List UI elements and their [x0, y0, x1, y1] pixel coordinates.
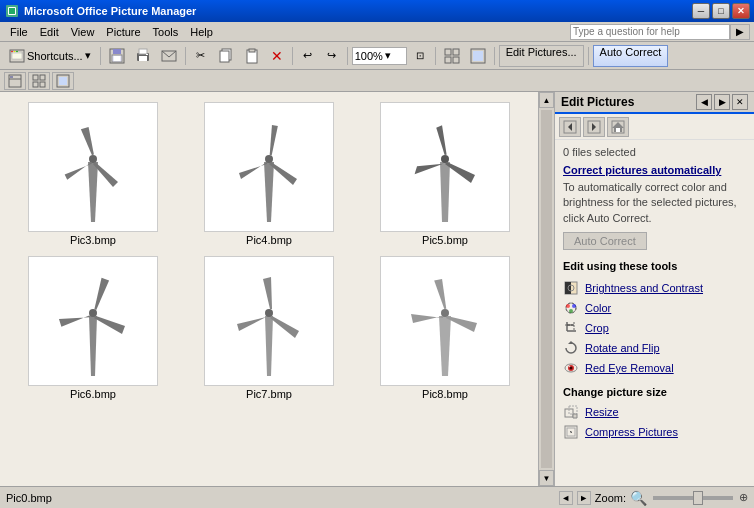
- redo-button[interactable]: ↪: [321, 45, 343, 67]
- help-search-input[interactable]: [570, 24, 730, 40]
- svg-marker-100: [573, 414, 577, 418]
- crop-tool[interactable]: Crop: [563, 318, 746, 338]
- list-item[interactable]: Pic4.bmp: [186, 102, 352, 246]
- shortcuts-button[interactable]: Shortcuts... ▾: [4, 45, 96, 67]
- panel-forward-button[interactable]: ▶: [714, 94, 730, 110]
- paste-button[interactable]: [240, 45, 264, 67]
- change-size-heading: Change picture size: [563, 386, 746, 398]
- auto-correct-button[interactable]: Auto Correct: [593, 45, 669, 67]
- cut-button[interactable]: ✂: [190, 45, 212, 67]
- nav-back-icon[interactable]: [559, 117, 581, 137]
- zoom-in-button[interactable]: ⊕: [739, 491, 748, 504]
- list-item[interactable]: Pic3.bmp: [10, 102, 176, 246]
- edit-pictures-panel: Edit Pictures ◀ ▶ ✕: [554, 92, 754, 486]
- list-item[interactable]: Pic8.bmp: [362, 256, 528, 400]
- undo-button[interactable]: ↩: [297, 45, 319, 67]
- main-toolbar: Shortcuts... ▾ ✂: [0, 42, 754, 70]
- view-btn-1[interactable]: [4, 72, 26, 90]
- shortcuts-label: Shortcuts...: [27, 50, 83, 62]
- shortcuts-icon: [9, 48, 25, 64]
- email-button[interactable]: [157, 45, 181, 67]
- toolbar-sep-4: [347, 47, 348, 65]
- menu-picture[interactable]: Picture: [100, 24, 146, 40]
- compress-pictures-tool[interactable]: Compress Pictures: [563, 422, 746, 442]
- zoom-slider[interactable]: [653, 496, 733, 500]
- list-item[interactable]: Pic7.bmp: [186, 256, 352, 400]
- picture-thumbnail: [380, 102, 510, 232]
- zoom-out-button[interactable]: 🔍: [630, 490, 647, 506]
- picture-thumbnail: [204, 102, 334, 232]
- print-button[interactable]: [131, 45, 155, 67]
- help-search: ▶: [570, 24, 750, 40]
- svg-point-63: [265, 309, 273, 317]
- print-icon: [135, 48, 151, 64]
- copy-button[interactable]: [214, 45, 238, 67]
- brightness-icon: [563, 280, 579, 296]
- panel-close-button[interactable]: ✕: [732, 94, 748, 110]
- rotate-flip-tool[interactable]: Rotate and Flip: [563, 338, 746, 358]
- edit-pictures-button[interactable]: Edit Pictures...: [499, 45, 584, 67]
- menu-bar: File Edit View Picture Tools Help ▶: [0, 22, 754, 42]
- brightness-contrast-tool[interactable]: Brightness and Contrast: [563, 278, 746, 298]
- list-item[interactable]: Pic6.bmp: [10, 256, 176, 400]
- red-eye-removal-tool[interactable]: Red Eye Removal: [563, 358, 746, 378]
- minimize-button[interactable]: ─: [692, 3, 710, 19]
- zoom-select[interactable]: 100% ▾: [352, 47, 407, 65]
- svg-point-39: [89, 155, 97, 163]
- window-controls: ─ □ ✕: [692, 3, 750, 19]
- view-btn-3[interactable]: [52, 72, 74, 90]
- svg-point-6: [11, 50, 13, 52]
- list-item[interactable]: Pic5.bmp: [362, 102, 528, 246]
- maximize-button[interactable]: □: [712, 3, 730, 19]
- menu-file[interactable]: File: [4, 24, 34, 40]
- panel-header: Edit Pictures ◀ ▶ ✕: [555, 92, 754, 114]
- svg-point-57: [89, 309, 97, 317]
- crop-icon: [563, 320, 579, 336]
- view-bar: [0, 70, 754, 92]
- picture-label: Pic4.bmp: [246, 234, 292, 246]
- svg-rect-36: [59, 77, 67, 85]
- color-icon: [563, 300, 579, 316]
- toolbar-sep-7: [588, 47, 589, 65]
- nav-home-icon[interactable]: [607, 117, 629, 137]
- svg-point-7: [14, 50, 16, 52]
- single-view-button[interactable]: [466, 45, 490, 67]
- scroll-up-button[interactable]: ▲: [539, 92, 554, 108]
- picture-label: Pic3.bmp: [70, 234, 116, 246]
- nav-forward-icon[interactable]: [583, 117, 605, 137]
- help-search-button[interactable]: ▶: [730, 24, 750, 40]
- menu-edit[interactable]: Edit: [34, 24, 65, 40]
- menu-help[interactable]: Help: [184, 24, 219, 40]
- turbine-image: [395, 261, 495, 381]
- resize-tool[interactable]: Resize: [563, 402, 746, 422]
- zoom-reset-button[interactable]: ⊡: [409, 45, 431, 67]
- svg-point-51: [441, 155, 449, 163]
- svg-rect-23: [453, 49, 459, 55]
- delete-button[interactable]: ✕: [266, 45, 288, 67]
- red-eye-icon: [563, 360, 579, 376]
- view-picker-button[interactable]: [440, 45, 464, 67]
- next-image-button[interactable]: ►: [577, 491, 591, 505]
- color-tool[interactable]: Color: [563, 298, 746, 318]
- svg-rect-31: [33, 75, 38, 80]
- prev-image-button[interactable]: ◄: [559, 491, 573, 505]
- vertical-scrollbar[interactable]: ▲ ▼: [538, 92, 554, 486]
- menu-view[interactable]: View: [65, 24, 101, 40]
- svg-marker-93: [568, 341, 574, 344]
- scroll-thumb[interactable]: [541, 110, 552, 468]
- save-button[interactable]: [105, 45, 129, 67]
- close-button[interactable]: ✕: [732, 3, 750, 19]
- correct-auto-heading[interactable]: Correct pictures automatically: [563, 164, 746, 176]
- scroll-down-button[interactable]: ▼: [539, 470, 554, 486]
- status-bar: Pic0.bmp ◄ ► Zoom: 🔍 ⊕: [0, 486, 754, 508]
- turbine-image: [219, 107, 319, 227]
- menu-tools[interactable]: Tools: [147, 24, 185, 40]
- svg-rect-27: [473, 51, 483, 61]
- red-eye-removal-label: Red Eye Removal: [585, 362, 674, 374]
- auto-correct-panel-button[interactable]: Auto Correct: [563, 232, 647, 250]
- view-btn-2[interactable]: [28, 72, 50, 90]
- picture-label: Pic8.bmp: [422, 388, 468, 400]
- picture-thumbnail: [28, 102, 158, 232]
- zoom-slider-thumb[interactable]: [693, 491, 703, 505]
- panel-back-button[interactable]: ◀: [696, 94, 712, 110]
